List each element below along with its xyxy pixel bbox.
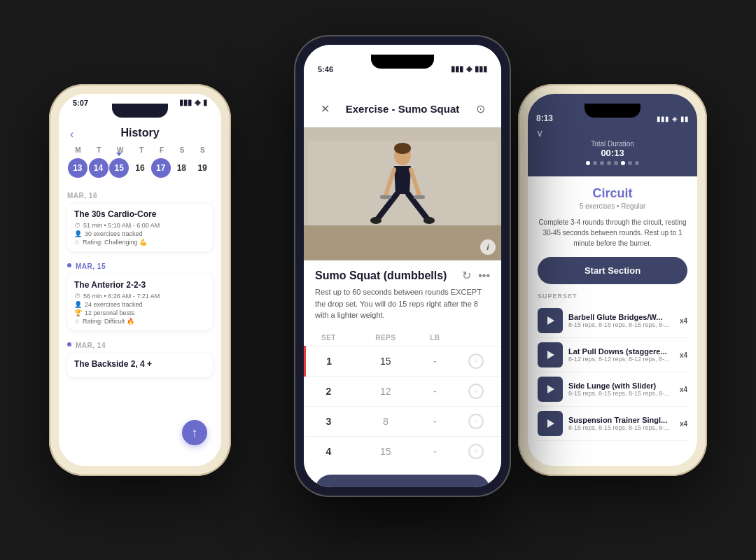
set-lb-3[interactable]: - [419,406,451,436]
set-reps-4[interactable]: 15 [352,436,419,466]
workout-name-cardio: The 30s Cardio-Core [74,209,206,219]
total-duration-value: 00:13 [536,148,689,158]
meta-exercises: 👤 30 exercises tracked [74,230,206,237]
history-screen: 5:07 ▮▮▮ ◈ ▮ ‹ History M T W [59,94,221,466]
phones-container: 5:07 ▮▮▮ ◈ ▮ ‹ History M T W [28,14,728,546]
set-check-3[interactable]: ✓ [451,406,501,436]
circuit-description: Complete 3-4 rounds through the circuit,… [538,217,687,248]
workout-name-backside: The Backside 2, 4 + [74,359,206,369]
clock-icon: ⏱ [74,222,80,229]
date-label-mar16: MAR, 16 [67,192,213,200]
meta-rating1-text: Rating: Challenging 💪 [83,239,147,246]
day-header-t2: T [139,146,144,154]
person-icon2: 👤 [74,301,82,308]
cal-day-15[interactable]: 15 [109,158,129,178]
circuit-status-time: 8:13 [536,113,553,123]
done-button[interactable]: Done [315,475,490,488]
meta-rating2: ☆ Rating: Difficult 🔥 [74,318,206,325]
signal-icon-c: ▮▮▮ [451,64,463,74]
chevron-down-icon[interactable]: ∨ [536,126,689,140]
dot-mar15 [67,263,71,267]
start-section-button[interactable]: Start Section [538,257,687,284]
phone-left: 5:07 ▮▮▮ ◈ ▮ ‹ History M T W [49,84,231,476]
exercise-header: ✕ Exercise - Sumo Squat ⊙ [304,76,501,127]
progress-dot-2 [593,161,597,165]
sync-icon[interactable]: ↻ [462,269,471,282]
svg-point-9 [370,217,382,224]
set-reps-2[interactable]: 12 [352,376,419,406]
date-label-mar15: MAR, 15 [76,262,106,270]
cal-day-13[interactable]: 13 [68,158,88,178]
exercise-image-svg [304,127,501,260]
circuit-status-icons: ▮▮▮ ◈ ▮▮ [657,115,689,122]
set-check-4[interactable]: ✓ [451,436,501,466]
cal-day-19[interactable]: 19 [192,158,212,178]
day-header-t1: T [97,146,101,154]
exercise-content: Sumo Squat (dumbbells) ↻ ••• Rest up to … [304,260,501,487]
set-row-2: 2 12 - ✓ [305,376,502,406]
meta-duration-text: 51 min • 5:10 AM - 6:00 AM [83,222,160,229]
exercise-item-2[interactable]: Lat Pull Downs (staggere... 8-12 reps, 8… [538,338,687,372]
exercise-item-1[interactable]: Barbell Glute Bridges/W... 8-15 reps, 8-… [538,304,687,338]
set-lb-4[interactable]: - [419,436,451,466]
circuit-screen: 8:13 ▮▮▮ ◈ ▮▮ ∨ Total Duration 00:13 [528,94,697,466]
cal-day-17[interactable]: 17 [151,158,171,178]
image-info-button[interactable]: i [480,239,496,255]
col-set: SET [305,330,353,346]
set-check-2[interactable]: ✓ [451,376,501,406]
set-lb-2[interactable]: - [419,376,451,406]
exercise-description: Rest up to 60 seconds between rounds EXC… [304,286,501,330]
ex-name-3: Side Lunge (with Slider) [568,382,674,390]
workout-list: MAR, 16 The 30s Cardio-Core ⏱ 51 min • 5… [59,185,221,382]
date-label-mar14: MAR, 14 [76,342,106,349]
exercise-name-row: Sumo Squat (dumbbells) ↻ ••• [304,260,501,286]
ex-name-2: Lat Pull Downs (staggere... [568,347,674,356]
workout-item-anterior[interactable]: The Anterior 2-2-3 ⏱ 56 min • 6:26 AM - … [67,274,213,330]
fab-button[interactable]: ↑ [182,420,207,445]
info-button[interactable]: ⊙ [470,99,490,118]
ex-thumb-4 [538,411,563,436]
set-reps-3[interactable]: 8 [352,406,419,436]
close-button[interactable]: ✕ [315,99,335,118]
workout-name-anterior: The Anterior 2-2-3 [74,280,206,290]
more-icon[interactable]: ••• [478,270,490,282]
ex-reps-2: 8-12 reps, 8-12 reps, 8-12 reps, 8-... [568,356,674,363]
set-num-4: 4 [305,436,353,466]
cal-day-14[interactable]: 14 [89,158,108,178]
ex-thumb-2 [538,342,563,368]
status-time-center: 5:46 [318,65,333,74]
set-lb-1[interactable]: - [419,346,451,376]
ex-sets-2: x4 [680,351,687,359]
total-duration-label: Total Duration [536,140,689,148]
col-reps: REPS [352,330,419,346]
progress-dot-8 [635,161,639,165]
cal-day-18[interactable]: 18 [172,158,191,178]
phone-center-inner: 5:46 ▮▮▮ ◈ ▮▮▮ ✕ Exercise - Sumo Squat ⊙ [304,45,501,487]
workout-item-backside[interactable]: The Backside 2, 4 + [67,354,213,377]
meta-duration2-text: 56 min • 6:26 AM - 7:21 AM [83,293,160,300]
exercise-name: Sumo Squat (dumbbells) [315,270,447,282]
ex-thumb-1 [538,308,563,333]
signal-icon-r: ▮▮▮ [657,115,669,122]
set-check-1[interactable]: ✓ [451,346,501,376]
meta-duration2: ⏱ 56 min • 6:26 AM - 7:21 AM [74,293,206,300]
circuit-body: Circuit 5 exercises • Regular Complete 3… [528,176,697,466]
play-icon-1 [547,316,554,325]
ex-reps-1: 8-15 reps, 8-15 reps, 8-15 reps, 8-... [568,321,674,328]
exercise-item-3[interactable]: Side Lunge (with Slider) 8-15 reps, 8-15… [538,372,687,407]
back-button[interactable]: ‹ [70,128,74,141]
workout-item-cardio[interactable]: The 30s Cardio-Core ⏱ 51 min • 5:10 AM -… [67,204,213,251]
battery-icon-r: ▮▮ [680,115,689,122]
person-icon: 👤 [74,230,82,237]
set-num-1: 1 [305,346,353,376]
exercise-screen: 5:46 ▮▮▮ ◈ ▮▮▮ ✕ Exercise - Sumo Squat ⊙ [304,45,501,487]
set-reps-1[interactable]: 15 [352,346,419,376]
day-header-s2: S [200,146,205,154]
progress-dot-1 [586,161,590,165]
exercise-image: i [304,127,501,260]
exercise-actions: ↻ ••• [462,269,490,282]
ex-info-1: Barbell Glute Bridges/W... 8-15 reps, 8-… [568,313,674,328]
status-icons-center: ▮▮▮ ◈ ▮▮▮ [451,64,487,74]
cal-day-16[interactable]: 16 [130,158,150,178]
exercise-item-4[interactable]: Suspension Trainer Singl... 8-15 reps, 8… [538,407,687,441]
